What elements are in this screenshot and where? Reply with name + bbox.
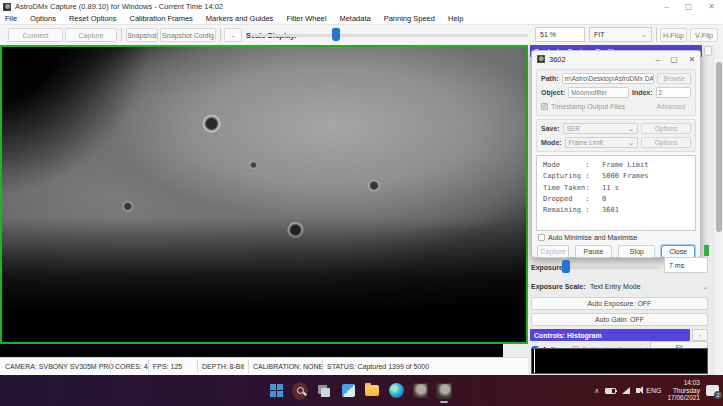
mode-value: Frame Limit — [569, 139, 603, 146]
h-flop-button[interactable]: H-Flop — [660, 28, 687, 42]
network-icon[interactable] — [622, 387, 630, 394]
chevron-down-icon: ⌄ — [702, 283, 708, 291]
index-input[interactable]: 2 — [656, 87, 691, 98]
menu-file[interactable]: File — [5, 14, 17, 23]
right-panel: Controls: Capture Profiles 3602 – ▢ ✕ Pa… — [528, 45, 713, 375]
edge-button[interactable] — [388, 383, 404, 399]
mode-label: Mode: — [541, 139, 562, 146]
scale-value-box[interactable]: 51 % — [535, 27, 585, 42]
mode-options-button[interactable]: Options — [641, 137, 691, 148]
timestamp-label: Timestamp Output Files — [551, 103, 625, 110]
dialog-close-icon[interactable]: ✕ — [689, 55, 695, 64]
auto-exposure-button[interactable]: Auto Exposure: OFF — [531, 297, 708, 310]
capture-button[interactable]: Capture — [65, 28, 117, 42]
dialog-capture-button[interactable]: Capture — [537, 245, 569, 258]
dialog-minimize-icon[interactable]: – — [655, 55, 659, 64]
menu-markers-guides[interactable]: Markers and Guides — [206, 14, 274, 23]
window-title: AstroDMx Capture (0.89.10) for Windows -… — [15, 2, 223, 11]
capture-info-box: Mode : Frame Limit Capturing : 5000 Fram… — [536, 155, 696, 231]
chevron-down-icon: ⌄ — [641, 31, 647, 39]
status-fps: FPS: 125 — [153, 363, 182, 370]
snapshot-button[interactable]: Snapshot — [126, 28, 158, 42]
browse-button[interactable]: Browse — [657, 73, 691, 84]
scale-slider-track[interactable] — [250, 34, 528, 37]
capture-dialog: 3602 – ▢ ✕ Path: m\Astro\Desktop\AstroDM… — [531, 50, 701, 258]
menu-filter-wheel[interactable]: Filter Wheel — [286, 14, 326, 23]
exposure-scale-combo[interactable]: Text Entry Mode ⌄ — [590, 280, 708, 293]
exposure-slider-track[interactable] — [564, 266, 660, 269]
file-explorer-button[interactable] — [364, 383, 380, 399]
fit-combo[interactable]: FIT ⌄ — [589, 27, 652, 42]
dialog-pause-button[interactable]: Pause — [575, 245, 612, 258]
snapshot-config-button[interactable]: Snapshot Config — [160, 28, 216, 42]
moon-image — [2, 47, 526, 342]
auto-gain-button[interactable]: Auto Gain: OFF — [531, 313, 708, 326]
menu-metadata[interactable]: Metadata — [339, 14, 370, 23]
exposure-slider-handle[interactable] — [562, 260, 570, 273]
status-bar: CAMERA: SVBONY SV305M PRO CORES: 4 FPS: … — [0, 357, 528, 375]
maximize-icon[interactable]: ▢ — [685, 2, 693, 11]
tray-chevron-icon[interactable]: ∧ — [594, 387, 599, 395]
object-label: Object: — [541, 89, 565, 96]
dialog-title-bar[interactable]: 3602 – ▢ ✕ — [532, 51, 700, 67]
status-cores: CORES: 4 — [115, 363, 148, 370]
tray-time: 14:03 — [684, 379, 700, 386]
chevron-down-icon: ⌄ — [628, 125, 634, 133]
menu-options[interactable]: Options — [30, 14, 56, 23]
tray-date: 17/06/2021 — [667, 394, 700, 401]
save-options-button[interactable]: Options — [641, 123, 691, 134]
scrollbar-thumb[interactable] — [716, 62, 722, 232]
close-icon[interactable]: ✕ — [708, 2, 715, 11]
info-mode: Mode : Frame Limit — [543, 160, 689, 171]
edge-icon — [389, 383, 404, 398]
menu-reset-options[interactable]: Reset Options — [69, 14, 117, 23]
notification-badge: 2 — [714, 391, 722, 399]
object-input[interactable]: Moonnofilter — [568, 87, 629, 98]
taskbar: ∧ ENG 14:03 Thursday 17/06/2021 2 — [0, 375, 723, 406]
save-format-value: SER — [567, 125, 580, 132]
exposure-value-box[interactable]: 7 ms — [664, 257, 708, 273]
dialog-stop-button[interactable]: Stop — [618, 245, 655, 258]
histogram-controls-bar[interactable]: Controls: Histogram — [530, 329, 690, 341]
system-tray: ∧ ENG 14:03 Thursday 17/06/2021 2 — [594, 375, 719, 406]
notification-icon[interactable]: 2 — [706, 385, 719, 396]
minus-button[interactable]: - — [224, 28, 242, 42]
dialog-maximize-icon[interactable]: ▢ — [671, 55, 678, 64]
panel-scrollbar[interactable] — [713, 45, 723, 375]
path-label: Path: — [541, 75, 559, 82]
language-indicator[interactable]: ENG — [646, 387, 661, 394]
status-separator — [110, 360, 111, 373]
search-button[interactable] — [292, 383, 308, 399]
advanced-button[interactable]: Advanced — [651, 101, 691, 112]
timestamp-checkbox[interactable] — [541, 103, 548, 110]
clock[interactable]: 14:03 Thursday 17/06/2021 — [667, 379, 700, 402]
status-camera: CAMERA: SVBONY SV305M PRO — [5, 363, 114, 370]
histogram-collapse-button[interactable]: ‹ — [692, 329, 708, 341]
toolbar: Connect Capture Snapshot Snapshot Config… — [0, 25, 723, 46]
info-dropped: Dropped : 0 — [543, 194, 689, 205]
menu-help[interactable]: Help — [448, 14, 463, 23]
fit-combo-value: FIT — [594, 31, 605, 38]
astrodmx-app-button[interactable] — [436, 383, 452, 399]
menu-panning-speed[interactable]: Panning Speed — [384, 14, 435, 23]
mode-combo[interactable]: Frame Limit ⌄ — [565, 137, 638, 148]
menu-calibration-frames[interactable]: Calibration Frames — [129, 14, 192, 23]
capture-profiles-collapse-button[interactable] — [704, 46, 712, 56]
moon-thumbnail-icon — [437, 383, 452, 398]
save-label: Save: — [541, 125, 560, 132]
save-format-combo[interactable]: SER ⌄ — [563, 123, 638, 134]
image-app-button[interactable] — [412, 383, 428, 399]
auto-minmax-checkbox[interactable] — [538, 234, 545, 241]
v-flip-button[interactable]: V-Flip — [690, 28, 718, 42]
task-view-button[interactable] — [316, 383, 332, 399]
path-input[interactable]: m\Astro\Desktop\AstroDMx DATA — [562, 73, 655, 84]
connect-button[interactable]: Connect — [8, 28, 63, 42]
widgets-button[interactable] — [340, 383, 356, 399]
speaker-icon[interactable] — [636, 388, 640, 393]
widgets-icon — [342, 384, 355, 397]
start-button[interactable] — [268, 383, 284, 399]
minimize-icon[interactable]: – — [664, 2, 668, 11]
scale-slider-handle[interactable] — [332, 28, 340, 41]
windows-logo-icon — [270, 384, 283, 397]
battery-icon[interactable] — [605, 388, 616, 394]
